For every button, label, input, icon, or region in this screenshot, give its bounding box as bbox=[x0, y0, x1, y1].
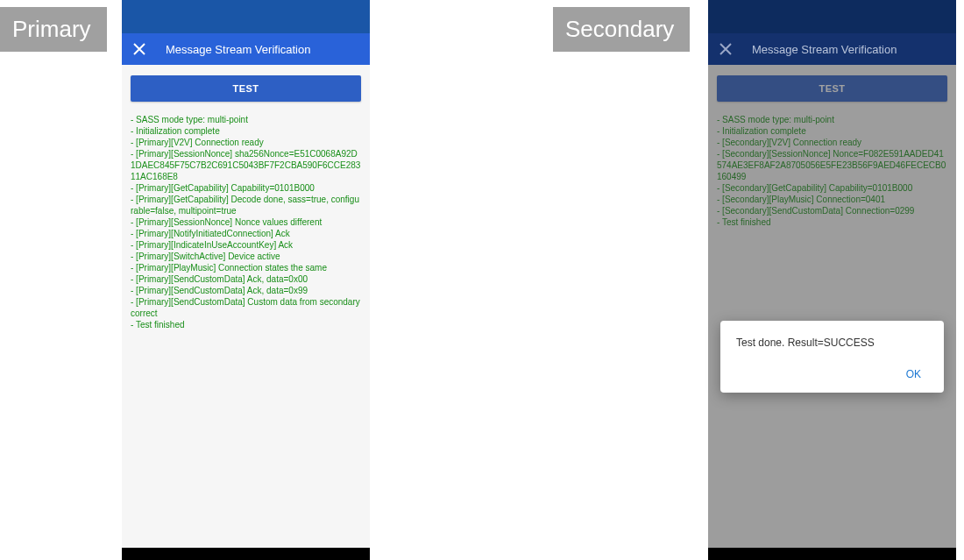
log-line: - Test finished bbox=[131, 319, 361, 330]
close-icon[interactable] bbox=[719, 42, 733, 56]
result-dialog: Test done. Result=SUCCESS OK bbox=[720, 321, 944, 393]
log-line: - [Primary][GetCapability] Capability=01… bbox=[131, 182, 361, 194]
device-primary: Message Stream Verification TEST - SASS … bbox=[122, 0, 370, 560]
log-line: - [Primary][SessionNonce] Nonce values d… bbox=[131, 216, 361, 228]
log-line: - [Primary][IndicateInUseAccountKey] Ack bbox=[131, 239, 361, 251]
log-line: - [Primary][SessionNonce] sha256Nonce=E5… bbox=[131, 148, 361, 182]
modal-overlay bbox=[708, 65, 956, 548]
panel-label-secondary: Secondary bbox=[553, 7, 690, 52]
log-line: - [Primary][SendCustomData] Ack, data=0x… bbox=[131, 285, 361, 296]
title-bar: Message Stream Verification bbox=[122, 33, 370, 65]
nav-bar bbox=[122, 548, 370, 560]
app-bar bbox=[122, 7, 370, 33]
nav-bar bbox=[708, 548, 956, 560]
log-line: - [Primary][SwitchActive] Device active bbox=[131, 251, 361, 262]
content-secondary: TEST - SASS mode type: multi-point - Ini… bbox=[708, 65, 956, 548]
log-line: - [Primary][PlayMusic] Connection states… bbox=[131, 262, 361, 273]
ok-button[interactable]: OK bbox=[899, 365, 928, 384]
dialog-message: Test done. Result=SUCCESS bbox=[736, 337, 928, 349]
dialog-actions: OK bbox=[736, 365, 928, 384]
device-secondary: Message Stream Verification TEST - SASS … bbox=[708, 0, 956, 560]
log-line: - SASS mode type: multi-point bbox=[131, 114, 361, 125]
close-icon[interactable] bbox=[132, 42, 146, 56]
app-bar bbox=[708, 7, 956, 33]
panel-label-primary: Primary bbox=[0, 7, 107, 52]
log-line: - [Primary][GetCapability] Decode done, … bbox=[131, 194, 361, 216]
log-primary: - SASS mode type: multi-point - Initiali… bbox=[131, 114, 361, 330]
page-title: Message Stream Verification bbox=[752, 43, 897, 56]
status-bar bbox=[122, 0, 370, 7]
page-title: Message Stream Verification bbox=[166, 43, 310, 56]
log-line: - [Primary][NotifyInitiatedConnection] A… bbox=[131, 228, 361, 239]
log-line: - [Primary][V2V] Connection ready bbox=[131, 137, 361, 148]
log-line: - [Primary][SendCustomData] Ack, data=0x… bbox=[131, 273, 361, 285]
content-primary: TEST - SASS mode type: multi-point - Ini… bbox=[122, 65, 370, 548]
test-button[interactable]: TEST bbox=[131, 75, 361, 102]
title-bar: Message Stream Verification bbox=[708, 33, 956, 65]
log-line: - Initialization complete bbox=[131, 125, 361, 137]
log-line: - [Primary][SendCustomData] Custom data … bbox=[131, 296, 361, 319]
status-bar bbox=[708, 0, 956, 7]
